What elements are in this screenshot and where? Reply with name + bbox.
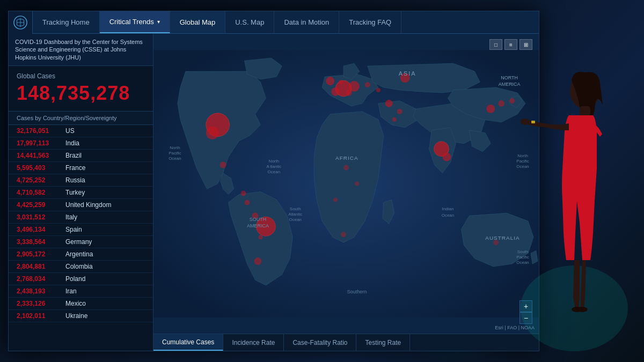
country-name-label: France: [65, 164, 85, 172]
presenter-svg: [515, 40, 633, 351]
svg-point-27: [341, 232, 346, 237]
country-cases-value: 14,441,563: [17, 152, 62, 159]
svg-point-33: [241, 190, 246, 196]
list-item: 4,725,252Russia: [9, 174, 153, 187]
country-name-label: Spain: [65, 226, 82, 233]
country-name-label: United Kingdom: [65, 201, 111, 209]
list-item: 2,102,011Ukraine: [9, 310, 153, 322]
svg-text:AMERICA: AMERICA: [247, 223, 269, 228]
country-name-label: Mexico: [65, 300, 86, 307]
svg-point-65: [577, 307, 588, 312]
country-name-label: Argentina: [65, 250, 93, 258]
svg-text:North: North: [269, 159, 280, 164]
country-name-label: Germany: [65, 238, 92, 246]
svg-point-63: [521, 119, 529, 125]
nav-data-in-motion[interactable]: Data in Motion: [274, 11, 339, 33]
list-item: 2,905,172Argentina: [9, 248, 153, 261]
svg-text:Southern: Southern: [347, 289, 367, 294]
svg-point-21: [245, 200, 250, 205]
svg-point-18: [486, 105, 495, 113]
svg-text:Ocean: Ocean: [442, 213, 454, 218]
svg-text:Ocean: Ocean: [268, 169, 280, 174]
global-cases-number: 148,735,278: [17, 82, 145, 105]
country-cases-value: 32,176,051: [17, 127, 62, 135]
svg-text:ASIA: ASIA: [399, 70, 416, 77]
list-item: 3,338,564Germany: [9, 236, 153, 248]
svg-point-24: [343, 165, 349, 171]
world-map-svg: ASIA AFRICA AUSTRALIA SOUTH AMERICA Sout…: [153, 34, 539, 334]
country-list: 32,176,051US17,997,113India14,441,563Bra…: [9, 125, 153, 351]
svg-text:Atlantic: Atlantic: [288, 212, 302, 217]
svg-point-29: [365, 82, 370, 87]
presenter-figure: [515, 40, 644, 362]
list-item: 32,176,051US: [9, 125, 153, 137]
global-cases-label: Global Cases: [17, 72, 145, 80]
country-cases-value: 3,496,134: [17, 226, 62, 233]
left-panel: COVID-19 Dashboard by the Center for Sys…: [9, 34, 153, 351]
list-item: 3,031,512Italy: [9, 211, 153, 224]
svg-point-17: [392, 117, 397, 122]
svg-text:Pacific: Pacific: [169, 151, 181, 156]
svg-point-31: [339, 80, 343, 84]
map-area: □ ≡ ⊞: [153, 34, 539, 351]
svg-rect-62: [580, 106, 590, 116]
country-name-label: Iran: [65, 287, 77, 295]
list-item: 4,425,259United Kingdom: [9, 199, 153, 211]
tab-cumulative-cases[interactable]: Cumulative Cases: [153, 334, 223, 351]
jhu-logo: [9, 11, 33, 34]
country-cases-value: 3,031,512: [17, 213, 62, 221]
tab-case-fatality-ratio[interactable]: Case-Fatality Ratio: [284, 334, 356, 351]
svg-point-9: [331, 87, 340, 96]
list-item: 2,804,881Colombia: [9, 261, 153, 273]
country-name-label: US: [65, 127, 75, 135]
country-cases-value: 2,333,126: [17, 300, 62, 307]
svg-point-14: [443, 153, 451, 161]
country-list-header: Cases by Country/Region/Sovereignty: [9, 112, 153, 125]
svg-text:AFRICA: AFRICA: [335, 155, 358, 161]
country-name-label: Brazil: [65, 152, 82, 159]
svg-rect-66: [531, 121, 535, 123]
map-tabs: Cumulative Cases Incidence Rate Case-Fat…: [153, 334, 539, 351]
svg-point-10: [346, 90, 352, 96]
svg-point-30: [376, 88, 380, 92]
svg-text:SOUTH: SOUTH: [250, 217, 266, 222]
country-cases-value: 4,725,252: [17, 176, 62, 184]
svg-point-34: [254, 257, 261, 265]
country-cases-value: 2,905,172: [17, 250, 62, 258]
list-item: 2,438,193Iran: [9, 285, 153, 298]
country-name-label: Poland: [65, 275, 85, 283]
country-cases-value: 17,997,113: [17, 139, 62, 147]
list-item: 3,496,134Spain: [9, 224, 153, 236]
country-cases-value: 2,102,011: [17, 312, 62, 320]
svg-point-15: [385, 100, 393, 107]
svg-text:Indian: Indian: [442, 206, 454, 211]
svg-point-25: [355, 182, 359, 186]
svg-text:Ocean: Ocean: [289, 217, 302, 222]
country-name-label: Colombia: [65, 263, 93, 270]
svg-text:Ocean: Ocean: [169, 156, 181, 161]
nav-tracking-faq[interactable]: Tracking FAQ: [339, 11, 401, 33]
tab-testing-rate[interactable]: Testing Rate: [356, 334, 410, 351]
dashboard-title: COVID-19 Dashboard by the Center for Sys…: [9, 34, 153, 66]
nav-us-map[interactable]: U.S. Map: [225, 11, 274, 33]
country-cases-value: 5,595,403: [17, 164, 62, 172]
svg-point-5: [206, 127, 219, 139]
country-name-label: Ukraine: [65, 312, 87, 320]
dashboard-content: COVID-19 Dashboard by the Center for Sys…: [9, 34, 539, 351]
world-map-container: ASIA AFRICA AUSTRALIA SOUTH AMERICA Sout…: [153, 34, 539, 334]
svg-point-26: [333, 197, 338, 202]
country-cases-value: 3,338,564: [17, 238, 62, 246]
country-cases-value: 2,438,193: [17, 287, 62, 295]
country-name-label: Italy: [65, 213, 77, 221]
nav-tracking-home[interactable]: Tracking Home: [33, 11, 100, 33]
svg-text:North: North: [170, 145, 180, 150]
nav-critical-trends[interactable]: Critical Trends ▾: [100, 11, 170, 33]
tab-incidence-rate[interactable]: Incidence Rate: [223, 334, 284, 351]
svg-point-20: [509, 98, 515, 104]
country-cases-value: 4,425,259: [17, 201, 62, 209]
svg-text:AUSTRALIA: AUSTRALIA: [485, 235, 519, 241]
list-item: 14,441,563Brazil: [9, 150, 153, 162]
list-item: 5,595,403France: [9, 162, 153, 174]
list-item: 2,333,126Mexico: [9, 298, 153, 310]
nav-global-map[interactable]: Global Map: [170, 11, 225, 33]
